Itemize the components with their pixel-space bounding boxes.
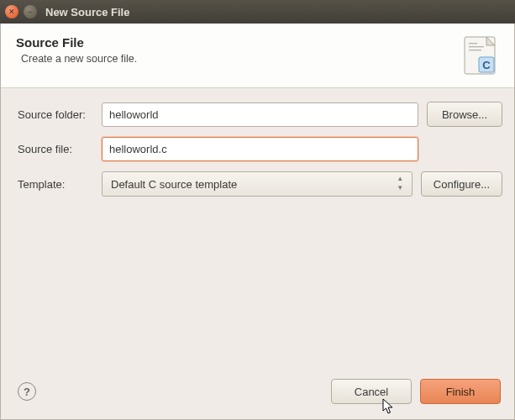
source-file-input[interactable] [102,137,418,161]
source-folder-input[interactable] [102,102,418,127]
cancel-button[interactable]: Cancel [331,379,412,404]
header-title: Source File [16,35,137,50]
source-file-label: Source file: [18,143,102,155]
configure-button[interactable]: Configure... [421,171,502,197]
template-label: Template: [18,178,102,191]
minimize-icon[interactable]: – [24,5,37,18]
dialog-footer: ? Cancel Finish [1,367,514,419]
help-icon[interactable]: ? [18,382,36,401]
svg-rect-2 [469,43,477,44]
template-select[interactable]: Default C source template ▴▾ [102,171,413,197]
window-title: New Source File [45,6,129,18]
dialog-window: Source File Create a new source file. C … [0,24,515,420]
dialog-header: Source File Create a new source file. C [1,24,514,88]
titlebar: ✕ – New Source File [0,0,515,24]
browse-button[interactable]: Browse... [427,102,502,127]
header-subtitle: Create a new source file. [21,53,137,65]
spinner-icon: ▴▾ [395,175,407,192]
finish-button[interactable]: Finish [420,379,501,404]
svg-rect-4 [469,50,481,50]
form-area: Source folder: Browse... Source file: Te… [1,88,514,218]
source-file-row: Source file: [18,137,502,161]
svg-text:C: C [482,59,491,71]
c-file-icon: C [462,35,499,77]
close-icon[interactable]: ✕ [5,5,18,18]
template-row: Template: Default C source template ▴▾ C… [18,171,502,197]
svg-rect-3 [469,46,484,47]
source-folder-row: Source folder: Browse... [18,102,502,127]
source-folder-label: Source folder: [18,108,102,121]
template-value: Default C source template [111,178,237,191]
